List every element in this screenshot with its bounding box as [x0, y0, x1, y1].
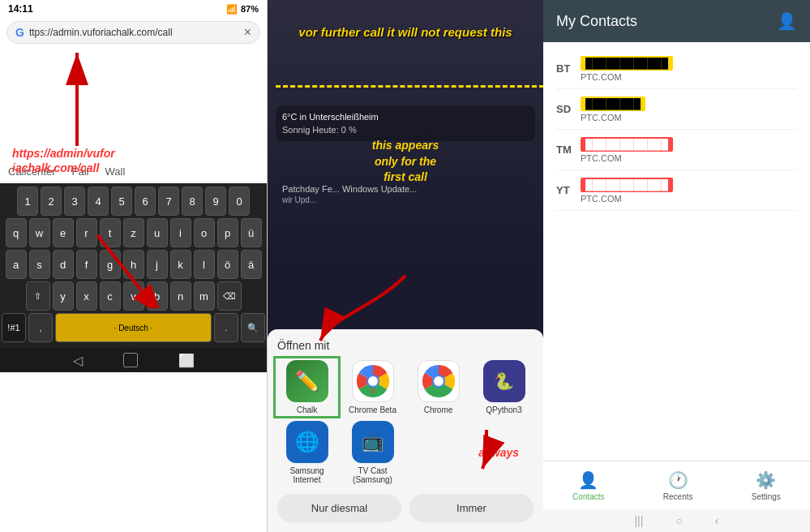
open-once-button[interactable]: Nur diesmal	[277, 494, 401, 522]
key-8[interactable]: 8	[182, 187, 203, 216]
open-with-buttons: Nur diesmal Immer	[277, 494, 534, 522]
key-u[interactable]: u	[147, 218, 168, 247]
contacts-nav-label: Contacts	[572, 492, 604, 501]
key-s[interactable]: s	[29, 250, 50, 279]
browser-url[interactable]: ttps://admin.vuforiachalk.com/call	[29, 27, 244, 38]
nav-back-right[interactable]: |||	[634, 514, 643, 527]
key-1[interactable]: 1	[17, 187, 38, 216]
svg-point-11	[434, 376, 444, 386]
contact-bt[interactable]: BT ████████████ PTC.COM	[556, 49, 797, 89]
key-o[interactable]: o	[194, 218, 215, 247]
contact-initial-sd: SD	[556, 103, 581, 115]
weather-text: 6°C in Unterschleißheim	[282, 112, 529, 122]
key-y[interactable]: y	[53, 281, 74, 311]
key-q[interactable]: q	[6, 218, 27, 247]
contact-name-bt: ████████████	[581, 56, 673, 71]
contact-initial-yt: YT	[556, 184, 581, 196]
key-a[interactable]: a	[6, 250, 27, 279]
app-chrome[interactable]: Chrome	[409, 360, 468, 414]
left-panel: 14:11 📶 87% G ttps://admin.vuforiachalk.…	[0, 0, 268, 532]
key-t[interactable]: t	[100, 218, 121, 247]
contact-info-yt: ████████████ PTC.COM	[581, 177, 797, 204]
key-symbols[interactable]: !#1	[2, 313, 26, 342]
open-with-sheet: Öffnen mit ✏️ Chalk	[268, 329, 543, 532]
key-k[interactable]: k	[170, 250, 191, 279]
chrome-icon	[418, 360, 460, 402]
key-f[interactable]: f	[76, 250, 97, 279]
contact-yt[interactable]: YT ████████████ PTC.COM	[556, 170, 797, 211]
key-shift[interactable]: ⇧	[26, 281, 50, 311]
key-5[interactable]: 5	[111, 187, 132, 216]
key-c[interactable]: c	[100, 281, 121, 311]
key-z[interactable]: z	[123, 218, 144, 247]
nav-recents[interactable]: 🕐 Recents	[663, 470, 693, 501]
google-icon: G	[15, 26, 24, 39]
contacts-header: My Contacts 👤	[543, 0, 810, 42]
key-backspace[interactable]: ⌫	[217, 281, 242, 311]
middle-background: vor further call it will not request thi…	[268, 0, 543, 260]
chrome-beta-label: Chrome Beta	[349, 405, 396, 414]
key-p[interactable]: p	[217, 218, 238, 247]
key-v[interactable]: v	[123, 281, 144, 311]
key-9[interactable]: 9	[205, 187, 226, 216]
app-chrome-beta[interactable]: β Chrome Beta	[343, 360, 402, 414]
qpython-icon: 🐍	[483, 360, 525, 402]
contact-initial-bt: BT	[556, 62, 581, 75]
contact-sd[interactable]: SD ████████ PTC.COM	[556, 89, 797, 130]
app-samsung[interactable]: 🌐 Samsung Internet	[277, 421, 336, 484]
nav-home-icon[interactable]	[123, 353, 138, 367]
key-space[interactable]: · Deutsch ·	[55, 313, 212, 342]
keyboard[interactable]: 1 2 3 4 5 6 7 8 9 0 q w e r t z u i o p …	[0, 183, 267, 348]
key-4[interactable]: 4	[88, 187, 109, 216]
key-ö[interactable]: ö	[217, 250, 238, 279]
recents-icon: 🕐	[668, 470, 688, 490]
key-w[interactable]: w	[29, 218, 50, 247]
key-i[interactable]: i	[170, 218, 191, 247]
key-0[interactable]: 0	[229, 187, 250, 216]
nav-back-icon[interactable]: ◁	[73, 353, 83, 368]
key-x[interactable]: x	[76, 281, 97, 311]
key-h[interactable]: h	[123, 250, 144, 279]
samsung-label: Samsung Internet	[277, 466, 336, 484]
app-chalk[interactable]: ✏️ Chalk	[277, 360, 336, 414]
close-tab-button[interactable]: ×	[244, 25, 251, 40]
key-6[interactable]: 6	[135, 187, 156, 216]
key-7[interactable]: 7	[158, 187, 179, 216]
key-ä[interactable]: ä	[241, 250, 262, 279]
app-tvcast[interactable]: 📺 TV Cast (Samsung)	[343, 421, 402, 484]
nav-settings[interactable]: ⚙️ Settings	[752, 470, 781, 501]
contact-sub-bt: PTC.COM	[581, 72, 797, 82]
nav-home-right[interactable]: ○	[675, 514, 682, 527]
key-g[interactable]: g	[100, 250, 121, 279]
key-2[interactable]: 2	[41, 187, 62, 216]
add-contact-icon[interactable]: 👤	[777, 11, 797, 31]
key-row-special: !#1 , · Deutsch · . 🔍	[2, 313, 265, 342]
key-m[interactable]: m	[194, 281, 215, 311]
chalk-icon: ✏️	[286, 360, 328, 402]
key-n[interactable]: n	[170, 281, 191, 311]
key-ü[interactable]: ü	[241, 218, 262, 247]
key-e[interactable]: e	[53, 218, 74, 247]
key-row-q: q w e r t z u i o p ü	[2, 218, 265, 247]
key-period[interactable]: .	[214, 313, 238, 342]
key-search[interactable]: 🔍	[241, 313, 265, 342]
key-3[interactable]: 3	[64, 187, 85, 216]
key-comma[interactable]: ,	[28, 313, 53, 342]
open-always-button[interactable]: Immer	[409, 494, 534, 522]
key-b[interactable]: b	[147, 281, 168, 311]
svg-text:β: β	[371, 387, 375, 394]
nav-bar-left: ◁ ⬜	[0, 348, 267, 372]
key-j[interactable]: j	[147, 250, 168, 279]
battery-icon: 87%	[241, 4, 259, 14]
contact-tm[interactable]: TM ████████████ PTC.COM	[556, 130, 797, 170]
nav-recent-icon[interactable]: ⬜	[178, 353, 195, 368]
app-qpython[interactable]: 🐍 QPython3	[474, 360, 534, 414]
contact-name-sd: ████████	[581, 97, 645, 111]
key-l[interactable]: l	[194, 250, 215, 279]
nav-contacts[interactable]: 👤 Contacts	[572, 470, 604, 501]
signal-icon: 📶	[226, 4, 238, 15]
nav-recent-right[interactable]: ‹	[715, 514, 719, 527]
key-d[interactable]: d	[53, 250, 74, 279]
key-r[interactable]: r	[76, 218, 97, 247]
status-bar: 14:11 📶 87%	[0, 0, 267, 18]
